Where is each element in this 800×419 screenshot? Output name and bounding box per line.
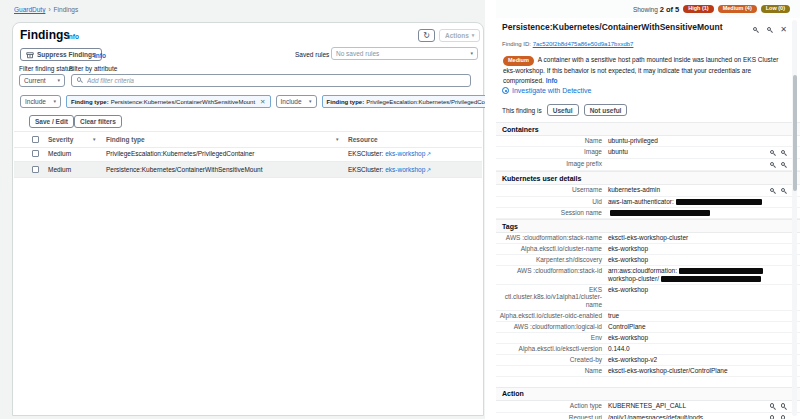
actions-button[interactable]: Actions ▾ [439,29,480,42]
clear-filters-label: Clear filters [80,118,116,125]
finding-status-value: Current [24,77,46,84]
column-finding-type[interactable]: Finding type [106,136,145,143]
refresh-button[interactable]: ↻ [418,29,435,42]
saved-rules-value: No saved rules [336,50,379,57]
chevron-down-icon: ▾ [309,99,312,104]
breadcrumb-separator: › [48,6,50,13]
section-tags: Tags [496,219,800,233]
finding-status-select[interactable]: Current ▾ [19,74,65,87]
include-operator-select-1[interactable]: Include ▾ [20,95,61,108]
tag-row: Alpha.eksctl.io/eksctl-version 0.144.0 [496,344,800,355]
showing-text: Showing 2 of 5 [633,5,679,14]
investigate-with-detective-link[interactable]: Investigate with Detective [512,87,591,94]
filter-in-icon[interactable] [769,403,777,411]
finding-title-actions: ✕ [752,26,787,34]
filter-out-icon[interactable] [780,415,788,419]
showing-label: Showing [633,6,658,13]
tag-value: eks-workshop [608,245,766,253]
include-label: Include [25,98,46,105]
close-icon[interactable]: ✕ [780,26,787,34]
include-operator-select-2[interactable]: Include ▾ [276,95,317,108]
filter-in-icon[interactable] [769,149,777,157]
high-severity-badge[interactable]: High (1) [683,5,713,14]
external-link-icon[interactable]: ↗ [426,167,431,173]
actions-button-label: Actions [445,32,469,39]
low-severity-badge[interactable]: Low (0) [761,5,790,14]
tag-row: EKS ctl.cluster.k8s.io/v1alpha1/cluster-… [496,285,800,311]
row-checkbox[interactable] [32,166,39,173]
redacted-value [676,199,762,205]
redacted-value [661,276,761,282]
external-link-icon[interactable]: ↗ [426,151,431,157]
useful-button[interactable]: Useful [547,104,579,116]
save-edit-button[interactable]: Save / Edit [29,115,74,128]
filter-in-icon[interactable] [769,161,777,169]
column-severity[interactable]: Severity [48,136,73,143]
clear-filters-button[interactable]: Clear filters [74,115,122,128]
tag-label: Alpha.eksctl.io/cluster-oidc-enabled [496,312,602,320]
saved-rules-select[interactable]: No saved rules ▾ [331,47,478,60]
tag-value: eks-workshop [608,334,766,342]
detail-scrollbar[interactable] [792,20,797,416]
resource-link[interactable]: eks-workshop [385,166,425,173]
showing-count: 2 of 5 [660,5,680,14]
not-useful-button[interactable]: Not useful [584,104,628,116]
results-summary: Showing 2 of 5 High (1) Medium (4) Low (… [496,0,800,18]
breadcrumb-guardduty-link[interactable]: GuardDuty [14,6,45,13]
filter-out-icon[interactable] [780,149,788,157]
scrollbar-thumb[interactable] [793,75,797,191]
guardduty-console: GuardDuty › Findings Findings Info ↻ Act… [0,0,800,419]
section-containers: Containers [496,122,800,136]
zoom-out-icon[interactable] [766,26,774,34]
resource-link[interactable]: eks-workshop [385,150,425,157]
zoom-in-icon[interactable] [752,26,760,34]
tag-label: Env [496,334,602,342]
tag-label: Alpha.eksctl.io/cluster-name [496,245,602,253]
row-label: Name [496,137,602,145]
column-resource[interactable]: Resource [348,136,378,143]
finding-id-link[interactable]: 7ac520f2b8d475a86e50d9a17bxxdb7 [533,41,634,47]
tag-value: eksctl-eks-workshop-cluster/ControlPlane [608,367,766,375]
table-row[interactable]: Medium Persistence:Kubernetes/ContainerW… [14,162,482,178]
filter-search-input[interactable] [87,77,466,84]
select-all-checkbox[interactable] [32,136,39,143]
remove-token-icon[interactable]: ✕ [260,98,265,106]
row-label: Session name [496,209,602,217]
finding-type-cell: Persistence:Kubernetes/ContainerWithSens… [106,166,262,173]
severity-sort-icon[interactable]: ▼ [92,137,96,142]
resource-type: EKSCluster: [348,166,383,173]
filter-in-icon[interactable] [769,415,777,419]
table-row[interactable]: Medium PrivilegeEscalation:Kubernetes/Pr… [14,146,482,162]
medium-severity-badge[interactable]: Medium (4) [718,5,757,14]
description-info-link[interactable]: Info [546,77,558,84]
token-key: Finding type: [71,99,109,105]
detail-row-session-name: Session name [496,208,800,219]
detail-row-username: Username kubernetes-admin [496,185,800,197]
finding-type-cell: PrivilegeEscalation:Kubernetes/Privilege… [106,150,255,157]
suppress-info-link[interactable]: Info [94,52,106,59]
feedback-row: This finding is Useful Not useful [502,104,627,116]
finding-id-row: Finding ID: 7ac520f2b8d475a86e50d9a17bxx… [502,41,633,47]
chevron-down-icon: ▾ [53,99,56,104]
tag-label: Karpenter.sh/discovery [496,256,602,264]
tag-row: Karpenter.sh/discovery eks-workshop [496,255,800,266]
tag-value: eks-workshop [608,256,766,264]
tag-value: 0.144.0 [608,345,766,353]
filter-in-icon[interactable] [769,187,777,195]
filter-token-sensitive-mount[interactable]: Finding type: Persistence:Kubernetes/Con… [66,95,271,108]
row-value: ubuntu-privileged [608,137,766,145]
filter-out-icon[interactable] [780,187,788,195]
tag-label: EKS ctl.cluster.k8s.io/v1alpha1/cluster-… [496,286,602,309]
title-info-link[interactable]: Info [67,33,79,40]
finding-type-sort-icon[interactable]: ▼ [335,137,339,142]
filter-attribute-label: Filter by attribute [69,65,117,72]
suppress-findings-button[interactable]: Suppress Findings [20,48,102,61]
row-checkbox[interactable] [32,150,39,157]
resource-cell: EKSCluster: eks-workshop↗ [348,166,431,173]
finding-id-label: Finding ID: [502,41,531,47]
filter-out-icon[interactable] [780,161,788,169]
tag-label: AWS :cloudformation:logical-id [496,323,602,331]
tag-row: AWS :cloudformation:logical-id ControlPl… [496,322,800,333]
filter-search-box [71,74,471,87]
filter-out-icon[interactable] [780,403,788,411]
